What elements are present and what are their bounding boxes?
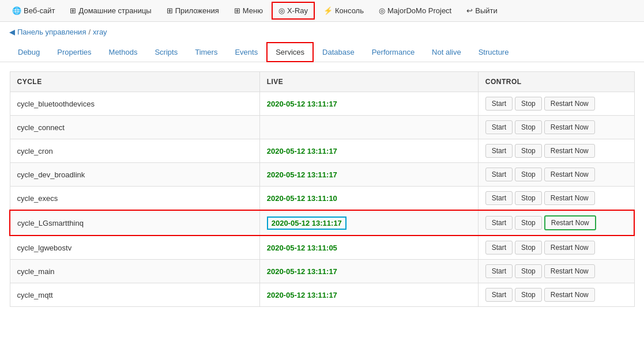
breadcrumb-home-link[interactable]: Панель управления: [17, 28, 86, 36]
live-time: 2020-05-12 13:11:17: [259, 210, 478, 236]
tab-properties[interactable]: Properties: [48, 43, 100, 62]
cycle-name: cycle_lgwebostv: [10, 236, 259, 260]
main-content: CYCLE LIVE CONTROL cycle_bluetoothdevice…: [0, 62, 644, 316]
nav-item-website[interactable]: 🌐Веб-сайт: [6, 2, 61, 19]
live-time: 2020-05-12 13:11:17: [259, 139, 478, 163]
tab-database[interactable]: Database: [314, 43, 363, 62]
restart-now-button[interactable]: Restart Now: [544, 97, 595, 111]
nav-icon-console: ⚡: [323, 6, 333, 15]
top-navigation: 🌐Веб-сайт⊞Домашние страницы⊞Приложения⊞М…: [0, 0, 644, 22]
tab-timers[interactable]: Timers: [186, 43, 226, 62]
start-button[interactable]: Start: [485, 97, 513, 111]
restart-now-button[interactable]: Restart Now: [544, 168, 595, 181]
breadcrumb: ◀ Панель управления / xray: [0, 22, 644, 42]
cycle-name: cycle_execs: [10, 187, 259, 211]
control-cell: StartStopRestart Now: [478, 236, 634, 260]
cycle-name: cycle_dev_broadlink: [10, 163, 259, 187]
nav-label-xray: X-Ray: [287, 6, 308, 15]
restart-now-button[interactable]: Restart Now: [544, 241, 595, 255]
restart-now-button[interactable]: Restart Now: [544, 120, 595, 134]
nav-icon-home-pages: ⊞: [70, 6, 76, 15]
stop-button[interactable]: Stop: [515, 216, 542, 230]
tab-debug[interactable]: Debug: [9, 43, 48, 62]
nav-icon-logout: ↩: [466, 6, 473, 15]
restart-now-button[interactable]: Restart Now: [544, 191, 595, 205]
control-cell: StartStopRestart Now: [478, 116, 634, 139]
nav-item-logout[interactable]: ↩Выйти: [460, 2, 504, 19]
restart-now-button[interactable]: Restart Now: [544, 288, 595, 302]
stop-button[interactable]: Stop: [515, 191, 542, 205]
nav-item-xray[interactable]: ◎X-Ray: [272, 2, 315, 20]
services-table: CYCLE LIVE CONTROL cycle_bluetoothdevice…: [9, 71, 635, 307]
live-timestamp: 2020-05-12 13:11:17: [267, 217, 347, 230]
breadcrumb-separator: /: [88, 28, 91, 36]
cycle-name: cycle_cron: [10, 139, 259, 163]
tab-scripts[interactable]: Scripts: [146, 43, 186, 62]
stop-button[interactable]: Stop: [515, 168, 542, 181]
col-header-cycle: CYCLE: [10, 72, 259, 92]
table-row: cycle_LGsmartthinq2020-05-12 13:11:17Sta…: [10, 210, 634, 236]
col-header-live: LIVE: [259, 72, 478, 92]
nav-item-majordomo[interactable]: ◎MajorDoMo Project: [372, 2, 458, 19]
tab-services[interactable]: Services: [266, 42, 314, 62]
table-row: cycle_execs2020-05-12 13:11:10StartStopR…: [10, 187, 634, 211]
live-timestamp: 2020-05-12 13:11:17: [267, 170, 337, 179]
start-button[interactable]: Start: [485, 216, 513, 230]
stop-button[interactable]: Stop: [515, 241, 542, 255]
live-time: 2020-05-12 13:11:10: [259, 187, 478, 211]
control-cell: StartStopRestart Now: [478, 260, 634, 283]
control-cell: StartStopRestart Now: [478, 283, 634, 307]
live-time: 2020-05-12 13:11:17: [259, 283, 478, 307]
cycle-name: cycle_connect: [10, 116, 259, 139]
table-row: cycle_dev_broadlink2020-05-12 13:11:17St…: [10, 163, 634, 187]
nav-item-console[interactable]: ⚡Консоль: [317, 2, 370, 19]
start-button[interactable]: Start: [485, 144, 513, 158]
nav-label-majordomo: MajorDoMo Project: [387, 6, 451, 15]
stop-button[interactable]: Stop: [515, 120, 542, 134]
control-cell: StartStopRestart Now: [478, 92, 634, 116]
nav-label-console: Консоль: [335, 6, 364, 15]
restart-now-button[interactable]: Restart Now: [544, 144, 595, 158]
start-button[interactable]: Start: [485, 288, 513, 302]
nav-icon-website: 🌐: [12, 6, 21, 15]
nav-item-menu[interactable]: ⊞Меню: [228, 2, 269, 19]
tab-events[interactable]: Events: [226, 43, 266, 62]
stop-button[interactable]: Stop: [515, 264, 542, 278]
nav-icon-xray: ◎: [278, 6, 285, 15]
nav-icon-apps: ⊞: [167, 6, 173, 15]
nav-label-home-pages: Домашние страницы: [78, 6, 151, 15]
start-button[interactable]: Start: [485, 241, 513, 255]
restart-now-button[interactable]: Restart Now: [544, 215, 596, 230]
stop-button[interactable]: Stop: [515, 144, 542, 158]
table-row: cycle_connectStartStopRestart Now: [10, 116, 634, 139]
cycle-name: cycle_bluetoothdevices: [10, 92, 259, 116]
tab-structure[interactable]: Structure: [470, 43, 518, 62]
stop-button[interactable]: Stop: [515, 97, 542, 111]
stop-button[interactable]: Stop: [515, 288, 542, 302]
live-time: 2020-05-12 13:11:17: [259, 92, 478, 116]
live-time: 2020-05-12 13:11:17: [259, 163, 478, 187]
live-timestamp: 2020-05-12 13:11:10: [267, 194, 337, 203]
nav-icon-majordomo: ◎: [379, 6, 385, 15]
tabs-container: DebugPropertiesMethodsScriptsTimersEvent…: [0, 42, 644, 62]
breadcrumb-icon: ◀: [9, 28, 15, 36]
live-timestamp: 2020-05-12 13:11:05: [267, 244, 337, 252]
start-button[interactable]: Start: [485, 120, 513, 134]
tab-methods[interactable]: Methods: [100, 43, 146, 62]
start-button[interactable]: Start: [485, 264, 513, 278]
tab-performance[interactable]: Performance: [363, 43, 423, 62]
restart-now-button[interactable]: Restart Now: [544, 264, 595, 278]
nav-label-logout: Выйти: [475, 6, 498, 15]
start-button[interactable]: Start: [485, 191, 513, 205]
start-button[interactable]: Start: [485, 168, 513, 181]
control-cell: StartStopRestart Now: [478, 163, 634, 187]
nav-item-apps[interactable]: ⊞Приложения: [160, 2, 225, 19]
nav-item-home-pages[interactable]: ⊞Домашние страницы: [63, 2, 157, 19]
live-time: [259, 116, 478, 139]
nav-label-apps: Приложения: [175, 6, 219, 15]
tab-not-alive[interactable]: Not alive: [423, 43, 470, 62]
table-row: cycle_mqtt2020-05-12 13:11:17StartStopRe…: [10, 283, 634, 307]
col-header-control: CONTROL: [478, 72, 634, 92]
table-row: cycle_bluetoothdevices2020-05-12 13:11:1…: [10, 92, 634, 116]
control-cell: StartStopRestart Now: [478, 210, 634, 236]
